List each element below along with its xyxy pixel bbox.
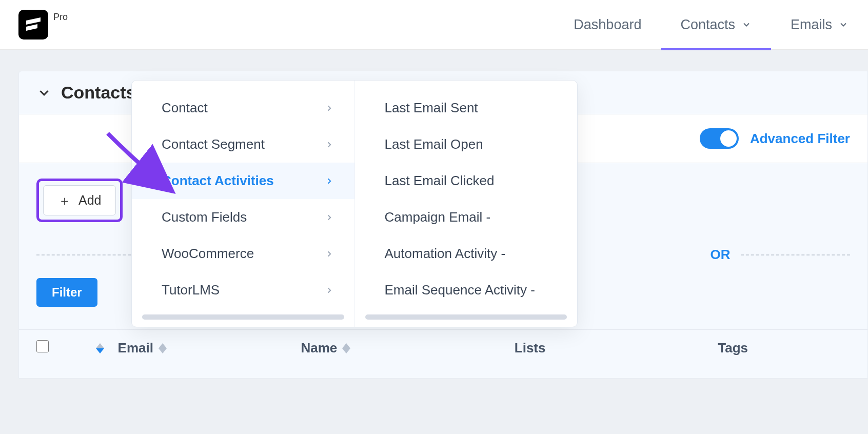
opt-email-sequence-activity[interactable]: Email Sequence Activity - [355,272,578,308]
chevron-right-icon [325,176,334,186]
col-tags[interactable]: Tags [718,340,850,356]
chevron-down-icon[interactable] [36,85,52,101]
chevron-right-icon [325,213,334,222]
col-lists[interactable]: Lists [515,340,718,356]
scrollbar[interactable] [365,314,567,320]
chevron-right-icon [325,104,334,113]
col-label: Lists [515,340,546,356]
nav-label: Contacts [680,17,735,33]
nav-emails[interactable]: Emails [771,0,868,49]
chevron-right-icon [325,249,334,259]
caret-down-icon [342,348,350,353]
brand: Pro [18,10,68,40]
logo-icon [18,10,48,40]
add-label: Add [78,193,101,208]
chevron-right-icon [325,286,334,295]
popover-left-pane: Contact Contact Segment Contact Activiti… [132,81,354,327]
opt-last-email-clicked[interactable]: Last Email Clicked [355,163,578,199]
caret-up-icon [96,343,104,348]
opt-label: Email Sequence Activity - [385,282,535,298]
nav-contacts[interactable]: Contacts [661,0,771,49]
advanced-filter-toggle: Advanced Filter [700,128,850,149]
opt-contact[interactable]: Contact [132,90,354,126]
opt-label: WooCommerce [162,246,254,262]
add-condition-highlight: ＋ Add [36,179,123,222]
advanced-filter-label: Advanced Filter [750,131,850,147]
col-email[interactable]: Email [118,340,301,356]
opt-woocommerce[interactable]: WooCommerce [132,235,354,272]
col-name[interactable]: Name [301,340,514,356]
nav-dashboard[interactable]: Dashboard [554,0,661,49]
plus-icon: ＋ [58,194,71,207]
advanced-filter-switch[interactable] [700,128,739,149]
opt-label: Contact [162,100,208,116]
or-label: OR [700,247,741,263]
select-all-cell [36,340,82,356]
condition-type-popover: Contact Contact Segment Contact Activiti… [131,80,578,327]
switch-knob [720,130,737,147]
svg-marker-5 [342,348,350,353]
table-header: Email Name Lists Tags [19,329,867,366]
col-label: Tags [718,340,748,356]
add-condition-button[interactable]: ＋ Add [43,185,116,215]
col-label: Name [301,340,337,356]
main-nav: Dashboard Contacts Emails [554,0,868,49]
select-all-checkbox[interactable] [36,340,49,352]
svg-marker-3 [159,348,167,353]
svg-marker-2 [159,343,167,348]
opt-label: Contact Activities [162,173,274,189]
opt-last-email-open[interactable]: Last Email Open [355,126,578,163]
svg-marker-0 [96,343,104,348]
opt-automation-activity[interactable]: Automation Activity - [355,235,578,272]
nav-label: Emails [791,17,832,33]
svg-marker-1 [96,348,104,353]
opt-campaign-email[interactable]: Campaign Email - [355,199,578,235]
opt-contact-activities[interactable]: Contact Activities [132,163,354,199]
opt-label: Campaign Email - [385,209,491,225]
pro-label: Pro [53,12,68,23]
divider-line [36,254,146,255]
opt-custom-fields[interactable]: Custom Fields [132,199,354,235]
caret-down-icon [159,348,167,353]
opt-label: Last Email Clicked [385,173,495,189]
page-title: Contacts [61,83,135,103]
opt-label: Custom Fields [162,209,247,225]
chevron-down-icon [741,19,752,30]
popover-right-pane: Last Email Sent Last Email Open Last Ema… [354,81,578,327]
caret-down-icon [96,348,104,353]
opt-last-email-sent[interactable]: Last Email Sent [355,90,578,126]
filter-button[interactable]: Filter [36,278,97,307]
nav-label: Dashboard [574,17,641,33]
top-nav: Pro Dashboard Contacts Emails [0,0,868,50]
opt-tutorlms[interactable]: TutorLMS [132,272,354,308]
opt-contact-segment[interactable]: Contact Segment [132,126,354,163]
col-label: Email [118,340,153,356]
chevron-down-icon [838,19,849,30]
opt-label: TutorLMS [162,282,220,298]
opt-label: Automation Activity - [385,246,506,262]
opt-label: Last Email Sent [385,100,478,116]
default-sort[interactable] [82,343,117,353]
opt-label: Last Email Open [385,136,483,152]
scrollbar[interactable] [142,314,344,320]
chevron-right-icon [325,140,334,149]
svg-marker-4 [342,343,350,348]
divider-line [741,254,851,255]
caret-up-icon [342,343,350,348]
opt-label: Contact Segment [162,136,265,152]
caret-up-icon [159,343,167,348]
